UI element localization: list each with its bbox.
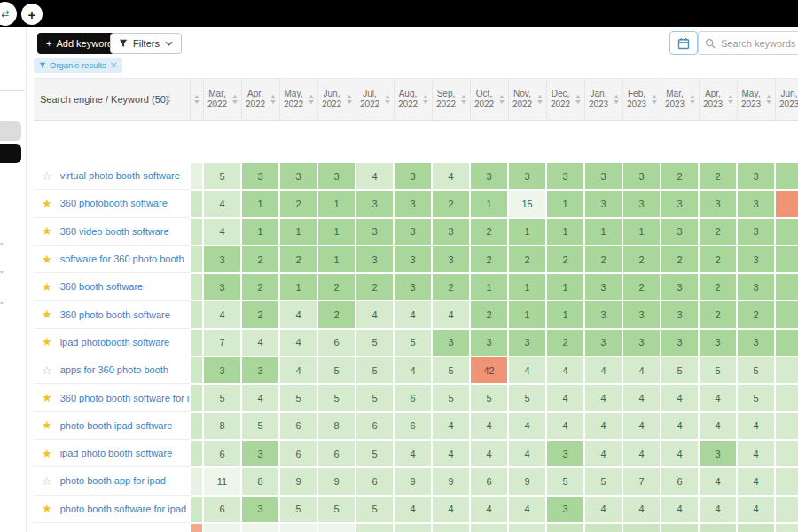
sort-icon[interactable]	[166, 95, 171, 104]
clipped-rank-cell	[190, 523, 203, 532]
rank-cell: 4	[394, 440, 432, 467]
column-header-mar-2023[interactable]: Mar,2023	[661, 79, 699, 120]
rank-cell: 4	[661, 412, 699, 440]
keyword-cell: ★360 booth software	[34, 273, 190, 301]
sort-icon[interactable]	[499, 95, 505, 104]
star-icon[interactable]: ★	[42, 336, 52, 348]
star-icon[interactable]: ☆	[42, 364, 52, 376]
rank-cell: 5	[394, 329, 432, 356]
date-range-button[interactable]	[669, 31, 698, 55]
column-header-jul-2022[interactable]: Jul,2022	[356, 79, 394, 120]
keyword-link[interactable]: ipad photo booth software	[60, 448, 173, 458]
column-header-nov-2022[interactable]: Nov,2022	[508, 79, 546, 120]
month-header-label: Jan,2023	[589, 89, 608, 110]
keyword-link[interactable]: 360 booth software	[60, 281, 144, 292]
sort-icon[interactable]	[347, 95, 352, 104]
column-header-jan-2023[interactable]: Jan,2023	[584, 79, 622, 120]
rank-cell: 2	[661, 246, 699, 273]
column-header-mar-2022[interactable]: Mar,2022	[203, 79, 241, 120]
star-icon[interactable]: ★	[42, 281, 52, 293]
sidebar-tab-active[interactable]	[0, 144, 21, 163]
column-header-jun-2023[interactable]: Jun,2023	[775, 79, 798, 120]
rank-cell: 4	[508, 440, 546, 467]
rank-cell: 1	[279, 218, 317, 246]
keyword-link[interactable]: photo booth app for ipad	[60, 475, 166, 486]
keyword-link[interactable]: photo booth ipad software	[60, 420, 173, 431]
star-icon[interactable]: ★	[42, 309, 52, 320]
star-icon[interactable]: ★	[42, 503, 52, 514]
search-engine-group-row	[34, 121, 798, 162]
column-header-feb-2023[interactable]: Feb,2023	[622, 79, 661, 120]
keyword-link[interactable]: 360 photobooth software	[60, 198, 168, 208]
rank-cell: 4	[356, 301, 394, 328]
rank-cell: 1	[508, 273, 546, 301]
month-header-label: May,2022	[284, 89, 303, 110]
rank-cell: 3	[508, 162, 546, 190]
close-icon[interactable]: ✕	[110, 60, 117, 70]
sort-icon[interactable]	[309, 95, 314, 104]
sidebar-tab-inactive[interactable]	[0, 121, 21, 141]
keyword-link[interactable]: 360 photo booth software for ipad	[60, 393, 190, 403]
filters-button[interactable]: Filters	[110, 33, 182, 54]
star-icon[interactable]: ☆	[42, 170, 52, 182]
new-tab-button[interactable]: +	[21, 4, 43, 25]
keyword-column-header[interactable]: Search engine / Keyword (50)	[34, 79, 190, 120]
month-header-label: Nov,2022	[512, 89, 532, 110]
column-header-apr-2023[interactable]: Apr,2023	[699, 79, 737, 120]
filters-label: Filters	[133, 38, 160, 49]
rank-cell: 2	[699, 273, 737, 301]
sort-icon[interactable]	[194, 95, 200, 104]
keyword-link[interactable]: ipad photobooth software	[60, 337, 170, 348]
column-header-jun-2022[interactable]: Jun,2022	[317, 79, 356, 120]
table-row: ☆apps for 360 photo booth334554542444455…	[34, 356, 798, 384]
star-icon[interactable]: ★	[42, 198, 52, 209]
sort-icon[interactable]	[423, 95, 428, 104]
funnel-icon	[119, 39, 128, 48]
search-keywords-input[interactable]	[721, 38, 798, 49]
sort-icon[interactable]	[575, 95, 581, 104]
sort-icon[interactable]	[537, 95, 543, 104]
column-header-dec-2022[interactable]: Dec,2022	[546, 79, 584, 120]
clipped-rank-cell	[190, 246, 203, 273]
clipped-column-header[interactable]	[190, 79, 203, 120]
star-icon[interactable]: ★	[42, 448, 52, 459]
browser-nav-button[interactable]: ⇄	[0, 2, 17, 26]
rank-cell: 5	[317, 384, 356, 411]
keyword-cell: ☆photo booth app for ipad	[34, 467, 190, 495]
rank-cell: 2	[432, 273, 470, 301]
sort-icon[interactable]	[232, 95, 238, 104]
column-header-aug-2022[interactable]: Aug,2022	[394, 79, 432, 120]
sort-icon[interactable]	[385, 95, 390, 104]
rank-cell: 4	[394, 496, 432, 523]
sort-icon[interactable]	[461, 95, 466, 104]
keyword-link[interactable]: apps for 360 photo booth	[60, 364, 168, 375]
column-header-apr-2022[interactable]: Apr,2022	[241, 79, 279, 120]
sort-icon[interactable]	[690, 95, 695, 104]
rank-cell: 3	[546, 162, 584, 190]
star-icon[interactable]: ★	[42, 392, 52, 403]
column-header-oct-2022[interactable]: Oct,2022	[470, 79, 508, 120]
sort-icon[interactable]	[614, 95, 619, 104]
column-header-may-2023[interactable]: May,2023	[737, 79, 775, 120]
sort-icon[interactable]	[652, 95, 657, 104]
rank-cell: 4	[584, 384, 622, 411]
sort-icon[interactable]	[728, 95, 733, 104]
star-icon[interactable]: ★	[42, 419, 52, 431]
column-header-sep-2022[interactable]: Sep,2022	[432, 79, 470, 120]
keyword-link[interactable]: photo booth software for ipad	[60, 504, 186, 514]
sort-icon[interactable]	[766, 95, 771, 104]
keyword-link[interactable]: 360 video booth software	[60, 226, 169, 237]
keyword-link[interactable]: 360 photo booth software	[60, 309, 170, 320]
star-icon[interactable]: ☆	[42, 475, 52, 487]
keyword-link[interactable]: virtual photo booth software	[60, 170, 180, 181]
rank-cell: 3	[241, 496, 279, 523]
filter-chip-organic-results[interactable]: Organic results ✕	[34, 58, 122, 73]
rank-cell: 3	[699, 190, 737, 217]
clipped-rank-cell	[775, 412, 798, 440]
column-header-may-2022[interactable]: May,2022	[279, 79, 317, 120]
star-icon[interactable]: ★	[42, 254, 52, 265]
sort-icon[interactable]	[270, 95, 276, 104]
star-icon[interactable]: ★	[42, 225, 52, 237]
keyword-link[interactable]: software for 360 photo booth	[60, 254, 184, 264]
clipped-rank-cell	[775, 218, 798, 246]
